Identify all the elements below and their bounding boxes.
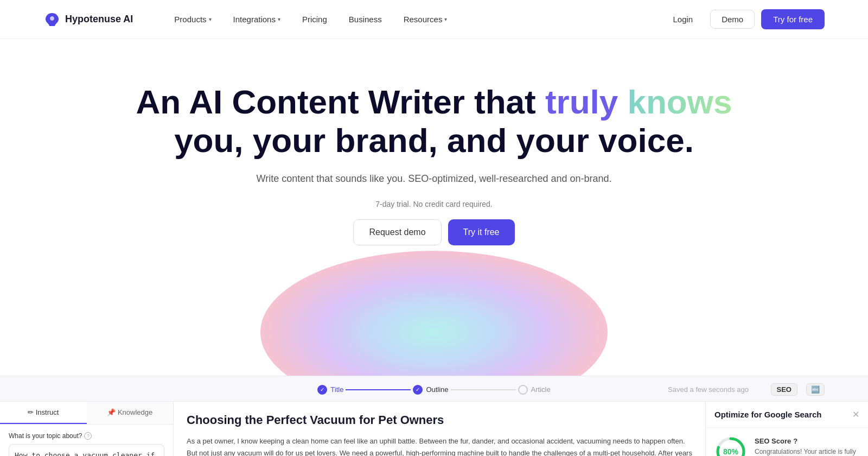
left-panel: ✏ Instruct 📌 Knowledge What is your topi… — [0, 401, 174, 456]
help-icon[interactable]: ? — [84, 432, 92, 440]
step-line-1 — [346, 389, 411, 390]
hero-headline: An AI Content Writer that truly knows yo… — [136, 83, 732, 160]
svg-point-0 — [260, 251, 608, 376]
translate-badge[interactable]: 🔤 — [806, 383, 825, 396]
nav-actions: Login Demo Try for free — [662, 9, 825, 29]
seo-score-text: SEO Score ? Congratulations! Your articl… — [755, 437, 859, 456]
field-label: What is your topic about? ? — [9, 432, 164, 440]
panels: ✏ Instruct 📌 Knowledge What is your topi… — [0, 401, 868, 456]
brand-name: Hypotenuse AI — [65, 14, 133, 25]
navbar: Hypotenuse AI Products ▾ Integrations ▾ … — [0, 0, 868, 39]
hero-section: An AI Content Writer that truly knows yo… — [0, 39, 868, 376]
close-button[interactable]: ✕ — [852, 409, 859, 420]
chevron-down-icon: ▾ — [209, 16, 212, 22]
headline-knows: knows — [627, 83, 732, 121]
step-line-2 — [451, 389, 516, 390]
trial-text: 7-day trial. No credit card required. — [11, 200, 857, 208]
tab-knowledge[interactable]: 📌 Knowledge — [87, 402, 174, 424]
topic-textarea[interactable] — [9, 444, 164, 456]
article-title: Choosing the Perfect Vacuum for Pet Owne… — [187, 413, 692, 428]
nav-integrations[interactable]: Integrations ▾ — [225, 10, 289, 28]
seo-congrats: Congratulations! Your article is fully o… — [755, 447, 859, 456]
seo-score-label: SEO Score ? — [755, 437, 859, 445]
chevron-down-icon: ▾ — [278, 16, 280, 22]
logo[interactable]: Hypotenuse AI — [43, 11, 133, 28]
try-free-nav-button[interactable]: Try for free — [761, 9, 825, 29]
progress-bar: ✓ Title ✓ Outline Article Saved a few se… — [0, 376, 868, 401]
step-title-circle: ✓ — [317, 385, 327, 395]
nav-pricing[interactable]: Pricing — [293, 10, 336, 28]
app-preview: ✓ Title ✓ Outline Article Saved a few se… — [0, 376, 868, 456]
nav-resources[interactable]: Resources ▾ — [395, 10, 456, 28]
demo-button[interactable]: Demo — [710, 10, 755, 29]
score-number: 80% — [723, 447, 738, 456]
step-article: Article — [518, 385, 551, 395]
chevron-down-icon: ▾ — [444, 16, 447, 22]
hero-subtext: Write content that sounds like you. SEO-… — [11, 173, 857, 185]
nav-links: Products ▾ Integrations ▾ Pricing Busine… — [165, 10, 662, 28]
article-body: As a pet owner, I know keeping a clean h… — [187, 435, 692, 456]
step-outline: ✓ Outline — [413, 385, 448, 395]
nav-business[interactable]: Business — [340, 10, 391, 28]
gradient-blob — [244, 224, 624, 376]
headline-part1: An AI Content Writer that — [136, 83, 545, 121]
middle-panel: Choosing the Perfect Vacuum for Pet Owne… — [174, 401, 705, 456]
step-title: ✓ Title — [317, 385, 343, 395]
login-button[interactable]: Login — [662, 10, 704, 28]
headline-truly: truly — [545, 83, 618, 121]
step-outline-circle: ✓ — [413, 385, 423, 395]
step-article-circle — [518, 385, 528, 395]
nav-products[interactable]: Products ▾ — [165, 10, 220, 28]
tab-instruct[interactable]: ✏ Instruct — [0, 402, 87, 424]
panel-content: What is your topic about? ? my_brand_gui… — [0, 425, 173, 456]
score-circle: 80% — [714, 435, 747, 456]
try-free-button[interactable]: Try it free — [448, 219, 515, 245]
headline-part2: you, your brand, and your voice. — [174, 122, 694, 159]
seo-badge[interactable]: SEO — [771, 383, 797, 396]
panel-tabs: ✏ Instruct 📌 Knowledge — [0, 402, 173, 425]
seo-panel-title: Optimize for Google Search — [714, 410, 822, 419]
seo-panel-header: Optimize for Google Search ✕ — [706, 402, 868, 428]
request-demo-button[interactable]: Request demo — [353, 219, 441, 245]
saved-text: Saved a few seconds ago — [668, 385, 749, 394]
right-panel: Optimize for Google Search ✕ 80% SEO Sco… — [705, 401, 868, 456]
hero-buttons: Request demo Try it free — [11, 219, 857, 245]
logo-icon — [43, 11, 61, 28]
seo-score-area: 80% SEO Score ? Congratulations! Your ar… — [706, 428, 868, 456]
score-help-icon[interactable]: ? — [793, 437, 797, 445]
